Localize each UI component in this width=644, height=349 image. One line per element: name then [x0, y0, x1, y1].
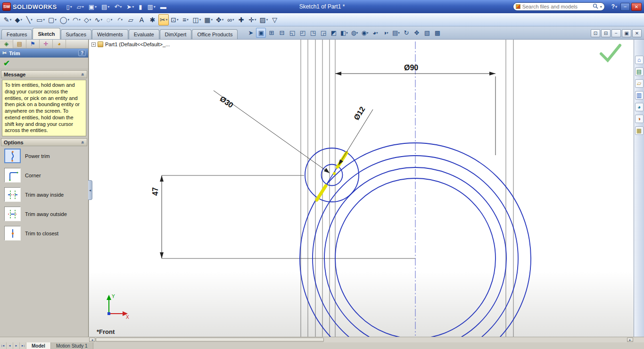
search-caret-icon[interactable]: ▾ — [600, 5, 602, 9]
options-button[interactable]: ▥▾ — [145, 1, 157, 12]
line-button[interactable]: ╲▾ — [24, 14, 34, 25]
trim-away-outside-icon[interactable] — [4, 207, 21, 221]
design-library-button[interactable]: ▤ — [635, 67, 644, 76]
collapse-chevron-icon[interactable]: « — [80, 141, 86, 143]
section-view-button[interactable]: ◩ — [329, 28, 339, 38]
help-button[interactable]: ?▾ — [610, 1, 619, 12]
options-group-header[interactable]: Options « — [1, 138, 87, 146]
doc-cascade-button[interactable]: ⊟ — [601, 29, 611, 37]
custom-properties-button[interactable]: ▦ — [635, 126, 644, 135]
scroll-left-button[interactable]: ◄ — [89, 338, 95, 342]
display-relations-button[interactable]: ∞▾ — [225, 14, 236, 25]
point-button[interactable]: ✱ — [148, 14, 158, 25]
straight-slot-button[interactable]: ▢▾ — [47, 14, 58, 25]
dimension-label-d12[interactable]: Ø12 — [352, 105, 366, 122]
offset-entities-button[interactable]: ≡▾ — [180, 14, 190, 25]
trim-away-inside-icon[interactable] — [4, 187, 21, 202]
tab-scroll-first-button[interactable]: |◄ — [0, 342, 7, 349]
new-document-button[interactable]: ▯▾ — [65, 1, 74, 12]
quick-snaps-button[interactable]: ✛▾ — [247, 14, 257, 25]
dimension-label-47[interactable]: 47 — [151, 187, 159, 196]
smart-dimension-button[interactable]: ◆▾ — [13, 14, 24, 25]
search-icon[interactable] — [593, 3, 598, 10]
doc-minimize-button[interactable]: − — [611, 29, 621, 37]
tab-scroll-last-button[interactable]: ►| — [20, 342, 26, 349]
zoom-area-button[interactable]: ⊞ — [266, 28, 276, 38]
horizontal-scrollbar[interactable]: ◄ ► — [0, 337, 644, 342]
rebuild-button[interactable]: ▮ — [137, 1, 144, 12]
panel-splitter-handle[interactable]: ◄ — [88, 180, 92, 200]
convert-entities-button[interactable]: ⊡▾ — [169, 14, 180, 25]
pan-button[interactable]: ✥ — [412, 28, 421, 38]
move-entities-button[interactable]: ✥▾ — [215, 14, 225, 25]
file-properties-button[interactable]: ▬ — [158, 1, 169, 12]
sketch-fillet-button[interactable]: ◜▾ — [115, 14, 125, 25]
tab-features[interactable]: Features — [1, 29, 32, 39]
display-manager-tab[interactable]: ◕ — [53, 40, 66, 48]
appearances-scenes-button[interactable]: ◑ — [635, 115, 644, 123]
pm-help-button[interactable]: ? — [78, 50, 86, 56]
option-power-trim[interactable]: Power trim — [0, 146, 88, 166]
solidworks-resources-button[interactable]: ⌂ — [635, 56, 644, 64]
linear-pattern-button[interactable]: ▦▾ — [203, 14, 214, 25]
plane-button[interactable]: ▱ — [126, 14, 136, 25]
feature-manager-tab[interactable]: ▤ — [13, 40, 26, 48]
scrollbar-thumb[interactable] — [96, 338, 324, 342]
tab-sketch[interactable]: Sketch — [33, 28, 60, 39]
tree-expand-icon[interactable]: + — [91, 42, 96, 47]
save-button[interactable]: ▣▾ — [87, 1, 99, 12]
ellipse-button[interactable]: ◌▾ — [104, 14, 115, 25]
minimize-button[interactable]: − — [620, 3, 630, 11]
doc-tile-button[interactable]: ⊡ — [591, 29, 600, 37]
front-view-button[interactable]: ◱ — [287, 28, 297, 38]
select-button[interactable]: ➤▾ — [124, 1, 136, 12]
tab-scroll-prev-button[interactable]: ◄ — [7, 342, 13, 349]
select-arrow-button[interactable]: ➤ — [246, 28, 256, 38]
rotate-view-button[interactable]: ↻ — [401, 28, 411, 38]
graphics-area[interactable]: Ø90 47 Ø30 Ø12 — [89, 40, 634, 337]
sketch-picture-button[interactable]: ▨▾ — [258, 14, 269, 25]
sketch-button[interactable]: ✎▾ — [2, 14, 13, 25]
option-trim-to-closest[interactable]: Trim to closest — [0, 224, 88, 243]
trim-entities-button[interactable]: ✂▾ — [158, 14, 169, 25]
circle-button[interactable]: ◯▾ — [58, 14, 71, 25]
spline-button[interactable]: ∿▾ — [93, 14, 104, 25]
configuration-manager-tab[interactable]: ⚑ — [26, 40, 40, 48]
top-view-button[interactable]: ◰ — [297, 28, 307, 38]
open-button[interactable]: ▱▾ — [75, 1, 86, 12]
highlighted-point[interactable] — [333, 172, 336, 175]
trim-to-closest-icon[interactable] — [4, 226, 21, 241]
option-trim-away-outside[interactable]: Trim away outside — [0, 204, 88, 224]
corner-trim-icon[interactable] — [4, 168, 21, 183]
hide-show-items-button[interactable]: ◉▾ — [360, 28, 370, 38]
isometric-view-button[interactable]: ◲ — [318, 28, 328, 38]
dimxpert-manager-tab[interactable]: ✛ — [40, 40, 53, 48]
undo-button[interactable]: ↶▾ — [112, 1, 124, 12]
view-orientation-button[interactable]: ◧▾ — [339, 28, 349, 38]
selection-filter-button[interactable]: ▽ — [270, 14, 280, 25]
tab-office-products[interactable]: Office Products — [192, 29, 238, 39]
model-tab[interactable]: Model — [26, 342, 51, 349]
power-trim-icon[interactable] — [4, 149, 21, 163]
right-view-button[interactable]: ◳ — [308, 28, 318, 38]
text-button[interactable]: A — [137, 14, 147, 25]
option-corner[interactable]: Corner — [0, 166, 88, 185]
feature-tree-root-label[interactable]: Part1 (Default<<Default>_... — [105, 42, 170, 47]
search-box[interactable]: ▾ — [513, 2, 605, 11]
property-manager-tab[interactable]: ◈ — [0, 40, 13, 48]
sketch-circle-12[interactable] — [322, 165, 343, 186]
dimension-d30[interactable]: Ø30 — [214, 91, 330, 173]
option-trim-away-inside[interactable]: Trim away inside — [0, 185, 88, 204]
construction-lines[interactable] — [301, 40, 513, 337]
apply-scene-button[interactable]: ◑▾ — [380, 28, 390, 38]
collapse-chevron-icon[interactable]: « — [80, 73, 86, 75]
centerpoint-arc-button[interactable]: ◠▾ — [71, 14, 82, 25]
previous-view-button[interactable]: ⊟ — [277, 28, 287, 38]
repair-sketch-button[interactable]: ✚ — [236, 14, 247, 25]
search-results-button[interactable]: ▥ — [635, 91, 644, 100]
display-style-button[interactable]: ◍▾ — [349, 28, 359, 38]
print-button[interactable]: ▤▾ — [99, 1, 111, 12]
corner-rectangle-button[interactable]: ▭▾ — [35, 14, 46, 25]
3d-drawing-view-button[interactable]: ▧ — [422, 28, 432, 38]
feature-tree-flyout[interactable]: + Part1 (Default<<Default>_... — [91, 42, 170, 47]
